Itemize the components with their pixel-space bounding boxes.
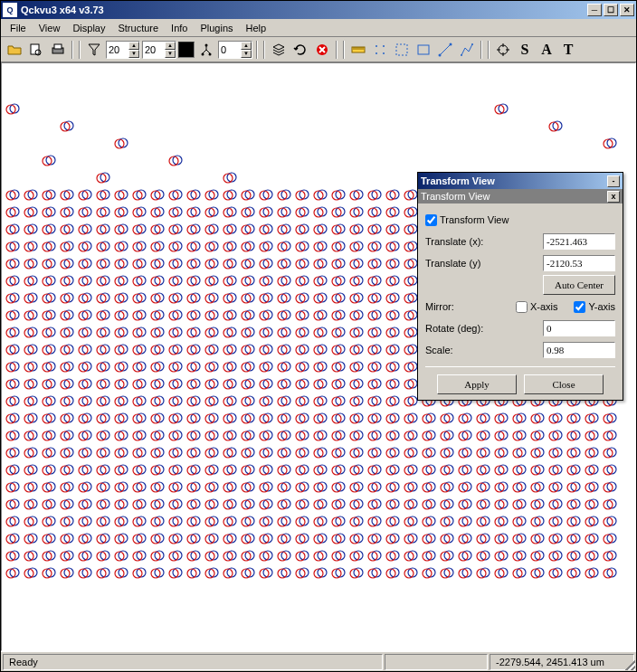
toolbar-separator bbox=[256, 41, 258, 59]
svg-point-11 bbox=[376, 52, 377, 54]
mirror-label: Mirror: bbox=[425, 301, 496, 312]
menubar: File View Display Structure Info Plugins… bbox=[1, 19, 636, 37]
menu-display[interactable]: Display bbox=[67, 21, 110, 35]
translate-y-input[interactable] bbox=[543, 255, 615, 271]
svg-point-12 bbox=[383, 52, 385, 54]
svg-point-18 bbox=[461, 54, 462, 56]
rotate-input[interactable] bbox=[543, 320, 615, 336]
menu-plugins[interactable]: Plugins bbox=[195, 21, 238, 35]
print-icon[interactable] bbox=[48, 40, 68, 60]
toolbar-separator bbox=[480, 41, 482, 59]
scale-input[interactable] bbox=[543, 342, 615, 358]
menu-structure[interactable]: Structure bbox=[112, 21, 164, 35]
translate-y-row: Translate (y) bbox=[425, 252, 615, 274]
mirror-y-input[interactable] bbox=[574, 301, 585, 313]
transform-enable-label: Transform View bbox=[440, 214, 509, 225]
hierarchy-icon[interactable] bbox=[196, 40, 216, 60]
svg-rect-13 bbox=[396, 44, 407, 55]
window-title: Qckvu3 x64 v3.73 bbox=[21, 5, 587, 15]
spin-down-icon[interactable]: ▼ bbox=[165, 50, 176, 58]
transform-enable-input[interactable] bbox=[425, 214, 437, 226]
dialog-titlebar[interactable]: Transform View - bbox=[418, 173, 623, 189]
scale-label: Scale: bbox=[425, 345, 496, 355]
dialog-title: Transform View bbox=[421, 175, 607, 186]
stop-icon[interactable] bbox=[312, 40, 332, 60]
maximize-button[interactable]: ☐ bbox=[604, 4, 618, 16]
titlebar-buttons: ─ ☐ ✕ bbox=[587, 4, 634, 16]
close-dialog-button[interactable]: Close bbox=[524, 374, 604, 394]
refresh-icon[interactable] bbox=[290, 40, 310, 60]
app-icon: Q bbox=[3, 3, 17, 17]
rect-tool-icon[interactable] bbox=[414, 40, 433, 60]
line-tool-icon[interactable] bbox=[435, 40, 455, 60]
toolbar-separator bbox=[488, 41, 490, 59]
translate-x-label: Translate (x): bbox=[425, 236, 496, 247]
menu-help[interactable]: Help bbox=[241, 21, 272, 35]
a-tool-icon[interactable]: A bbox=[537, 40, 556, 60]
preview-icon[interactable] bbox=[26, 40, 46, 60]
statusbar: Ready -2279.544, 2451.413 um bbox=[1, 651, 636, 671]
translate-x-input[interactable] bbox=[543, 233, 615, 250]
spin-down-icon[interactable]: ▼ bbox=[241, 50, 252, 58]
nesting-input-1[interactable] bbox=[107, 43, 128, 56]
transform-enable-checkbox[interactable]: Transform View bbox=[425, 214, 509, 226]
svg-rect-0 bbox=[31, 44, 39, 54]
rotate-label: Rotate (deg): bbox=[425, 323, 496, 334]
mirror-y-checkbox[interactable]: Y-axis bbox=[574, 301, 615, 313]
dialog-body: Transform View Translate (x): Translate … bbox=[418, 203, 623, 400]
status-coords-pane: -2279.544, 2451.413 um bbox=[490, 654, 634, 670]
filter-icon[interactable] bbox=[84, 40, 104, 60]
mirror-x-input[interactable] bbox=[516, 301, 528, 313]
rotate-row: Rotate (deg): bbox=[425, 317, 615, 339]
svg-point-10 bbox=[383, 45, 385, 47]
svg-rect-14 bbox=[418, 45, 429, 54]
level-spinner[interactable]: ▲▼ bbox=[218, 41, 252, 59]
dialog-button-row: Apply Close bbox=[425, 366, 615, 394]
spin-down-icon[interactable]: ▼ bbox=[128, 50, 139, 58]
mirror-y-label: Y-axis bbox=[588, 301, 615, 312]
translate-y-label: Translate (y) bbox=[425, 258, 496, 269]
t-tool-icon[interactable]: T bbox=[558, 40, 578, 60]
auto-center-row: Auto Center bbox=[425, 274, 615, 296]
mirror-row: Mirror: X-axis Y-axis bbox=[425, 296, 615, 317]
mirror-x-checkbox[interactable]: X-axis bbox=[516, 301, 558, 313]
nesting-spinner-2[interactable]: ▲▼ bbox=[142, 41, 176, 59]
resize-grip-icon[interactable] bbox=[623, 658, 635, 670]
translate-x-row: Translate (x): bbox=[425, 231, 615, 252]
svg-point-17 bbox=[450, 43, 452, 45]
ruler-icon[interactable] bbox=[348, 40, 368, 60]
target-icon[interactable] bbox=[493, 40, 513, 60]
rect-select-icon[interactable] bbox=[392, 40, 412, 60]
auto-center-button[interactable]: Auto Center bbox=[543, 275, 615, 295]
toolbar-separator bbox=[336, 41, 338, 59]
menu-info[interactable]: Info bbox=[166, 21, 193, 35]
spin-up-icon[interactable]: ▲ bbox=[128, 42, 139, 50]
path-tool-icon[interactable] bbox=[457, 40, 477, 60]
open-icon[interactable] bbox=[5, 40, 24, 60]
spin-up-icon[interactable]: ▲ bbox=[165, 42, 176, 50]
s-tool-icon[interactable]: S bbox=[515, 40, 535, 60]
titlebar: Q Qckvu3 x64 v3.73 ─ ☐ ✕ bbox=[1, 1, 636, 19]
apply-button[interactable]: Apply bbox=[437, 374, 517, 394]
color-swatch[interactable] bbox=[178, 42, 195, 58]
toolbar-separator bbox=[343, 41, 345, 59]
points-icon[interactable] bbox=[370, 40, 390, 60]
dialog-subtitle: Transform View bbox=[421, 191, 607, 202]
svg-point-16 bbox=[439, 53, 442, 56]
nesting-spinner-1[interactable]: ▲▼ bbox=[106, 41, 140, 59]
spin-up-icon[interactable]: ▲ bbox=[241, 42, 252, 50]
svg-line-15 bbox=[440, 44, 451, 55]
dialog-close-icon[interactable]: x bbox=[607, 191, 620, 203]
nesting-input-2[interactable] bbox=[143, 43, 165, 56]
dialog-pin-icon[interactable]: - bbox=[607, 175, 620, 187]
toolbar-separator bbox=[79, 41, 81, 59]
menu-file[interactable]: File bbox=[5, 21, 32, 35]
layers-icon[interactable] bbox=[269, 40, 289, 60]
transform-view-dialog: Transform View - Transform View x Transf… bbox=[417, 172, 623, 401]
svg-point-19 bbox=[471, 43, 473, 45]
close-button[interactable]: ✕ bbox=[620, 4, 634, 16]
menu-view[interactable]: View bbox=[33, 21, 66, 35]
transform-enable-row: Transform View bbox=[425, 209, 615, 231]
minimize-button[interactable]: ─ bbox=[587, 4, 602, 16]
level-input[interactable] bbox=[219, 43, 241, 56]
